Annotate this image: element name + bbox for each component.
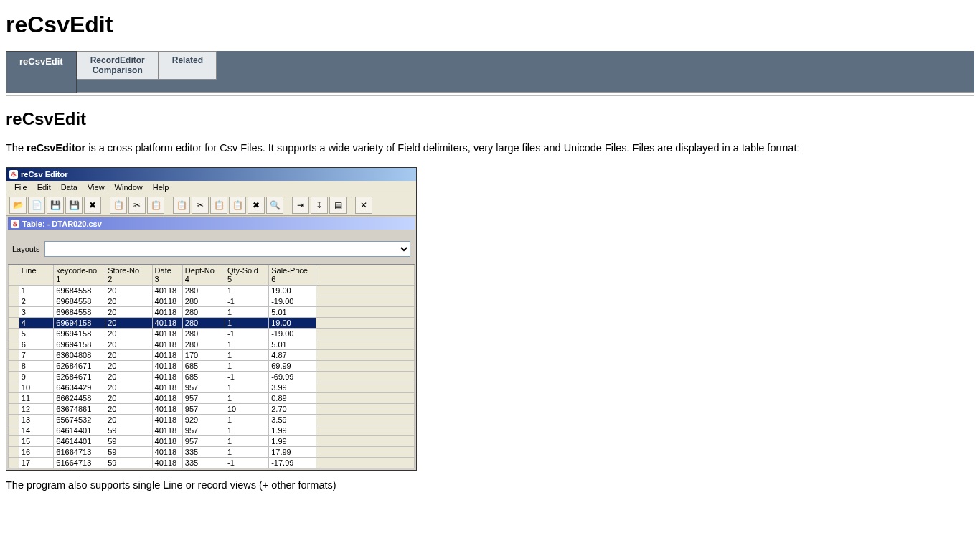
cell[interactable]: 69684558 xyxy=(54,307,105,318)
cell[interactable]: 280 xyxy=(182,318,225,329)
row-handle[interactable] xyxy=(9,296,19,307)
cell[interactable]: 10 xyxy=(225,404,268,415)
cell[interactable]: 20 xyxy=(105,318,152,329)
cell[interactable]: 957 xyxy=(182,404,225,415)
cell[interactable]: 1 xyxy=(19,286,54,296)
cell[interactable]: 957 xyxy=(182,393,225,404)
menu-edit[interactable]: Edit xyxy=(32,182,56,192)
cell[interactable]: 69694158 xyxy=(54,329,105,339)
cell[interactable]: 1 xyxy=(225,339,268,350)
cell[interactable]: 10 xyxy=(19,382,54,393)
cell[interactable]: 64634429 xyxy=(54,382,105,393)
row-handle[interactable] xyxy=(9,339,19,350)
menu-file[interactable]: File xyxy=(9,182,32,192)
cell[interactable]: 40118 xyxy=(152,307,182,318)
cell[interactable]: 15 xyxy=(19,436,54,447)
cell[interactable]: -19.00 xyxy=(269,329,316,339)
table-row[interactable]: 2696845582040118280-1-19.00 xyxy=(9,296,415,307)
cell[interactable]: 1 xyxy=(225,447,268,458)
cell[interactable]: 40118 xyxy=(152,447,182,458)
cell[interactable]: 0.89 xyxy=(269,393,316,404)
column-header-date[interactable]: Date3 xyxy=(152,265,182,286)
cell[interactable]: 40118 xyxy=(152,393,182,404)
table-row[interactable]: 1464614401594011895711.99 xyxy=(9,425,415,436)
cut2-icon[interactable]: ✂ xyxy=(192,197,209,214)
cell[interactable]: -1 xyxy=(225,372,268,382)
table-row[interactable]: 4696941582040118280119.00 xyxy=(9,318,415,329)
cell[interactable]: 7 xyxy=(19,350,54,361)
cell[interactable]: 20 xyxy=(105,350,152,361)
column-header-line[interactable]: Line xyxy=(19,265,54,286)
cell[interactable]: 1 xyxy=(225,425,268,436)
cell[interactable]: 6 xyxy=(19,339,54,350)
cell[interactable]: 3.59 xyxy=(269,415,316,425)
cell[interactable]: 4 xyxy=(19,318,54,329)
row-handle[interactable] xyxy=(9,372,19,382)
cell[interactable]: 61664713 xyxy=(54,458,105,468)
cell[interactable]: 69.99 xyxy=(269,361,316,372)
cell[interactable]: 685 xyxy=(182,361,225,372)
cell[interactable]: 20 xyxy=(105,329,152,339)
cell[interactable]: 1.99 xyxy=(269,436,316,447)
cell[interactable]: 1 xyxy=(225,350,268,361)
cell[interactable]: 40118 xyxy=(152,339,182,350)
row-handle[interactable] xyxy=(9,307,19,318)
cell[interactable]: 59 xyxy=(105,436,152,447)
row-handle[interactable] xyxy=(9,318,19,329)
cell[interactable]: 170 xyxy=(182,350,225,361)
cell[interactable]: 957 xyxy=(182,436,225,447)
menu-help[interactable]: Help xyxy=(148,182,174,192)
table-row[interactable]: 5696941582040118280-1-19.00 xyxy=(9,329,415,339)
cell[interactable]: 929 xyxy=(182,415,225,425)
save-icon[interactable]: 💾 xyxy=(47,197,64,214)
cell[interactable]: 12 xyxy=(19,404,54,415)
cell[interactable]: 40118 xyxy=(152,286,182,296)
cell[interactable]: 280 xyxy=(182,296,225,307)
cell[interactable]: -17.99 xyxy=(269,458,316,468)
cell[interactable]: 40118 xyxy=(152,372,182,382)
cell[interactable]: 40118 xyxy=(152,350,182,361)
cell[interactable]: 13 xyxy=(19,415,54,425)
open-folder-icon[interactable]: 📂 xyxy=(9,197,27,214)
cell[interactable]: -1 xyxy=(225,458,268,468)
cell[interactable]: 957 xyxy=(182,425,225,436)
table-row[interactable]: 17616647135940118335-1-17.99 xyxy=(9,458,415,468)
settings-icon[interactable]: ✕ xyxy=(355,197,372,214)
column-header-keycode-no[interactable]: keycode-no1 xyxy=(54,265,105,286)
row-handle[interactable] xyxy=(9,361,19,372)
cell[interactable]: 69694158 xyxy=(54,339,105,350)
row-handle[interactable] xyxy=(9,350,19,361)
find-icon[interactable]: 🔍 xyxy=(266,197,283,214)
cell[interactable]: 335 xyxy=(182,447,225,458)
cell[interactable]: 3 xyxy=(19,307,54,318)
tab-recordeditor-comparison[interactable]: RecordEditorComparison xyxy=(77,51,159,80)
cell[interactable]: -19.00 xyxy=(269,296,316,307)
cell[interactable]: 65674532 xyxy=(54,415,105,425)
paste2-icon[interactable]: 📋 xyxy=(210,197,227,214)
row-handle[interactable] xyxy=(9,329,19,339)
cell[interactable]: 1 xyxy=(225,318,268,329)
cell[interactable]: 69684558 xyxy=(54,296,105,307)
cell[interactable]: 11 xyxy=(19,393,54,404)
cell[interactable]: 64614401 xyxy=(54,425,105,436)
cell[interactable]: 40118 xyxy=(152,415,182,425)
cell[interactable]: 280 xyxy=(182,339,225,350)
cell[interactable]: 61664713 xyxy=(54,447,105,458)
view-icon[interactable]: ▤ xyxy=(329,197,347,214)
cell[interactable]: 280 xyxy=(182,286,225,296)
cell[interactable]: 1 xyxy=(225,393,268,404)
column-header-dept-no[interactable]: Dept-No4 xyxy=(182,265,225,286)
cell[interactable]: 2 xyxy=(19,296,54,307)
copy2-icon[interactable]: 📋 xyxy=(173,197,190,214)
copy-icon[interactable]: 📋 xyxy=(110,197,127,214)
row-handle[interactable] xyxy=(9,286,19,296)
cell[interactable]: -1 xyxy=(225,296,268,307)
cell[interactable]: 20 xyxy=(105,382,152,393)
cell[interactable]: 8 xyxy=(19,361,54,372)
cell[interactable]: 40118 xyxy=(152,458,182,468)
cell[interactable]: 1 xyxy=(225,307,268,318)
menu-data[interactable]: Data xyxy=(56,182,83,192)
paste-new-icon[interactable]: 📋 xyxy=(229,197,246,214)
cell[interactable]: 20 xyxy=(105,393,152,404)
cell[interactable]: 20 xyxy=(105,372,152,382)
